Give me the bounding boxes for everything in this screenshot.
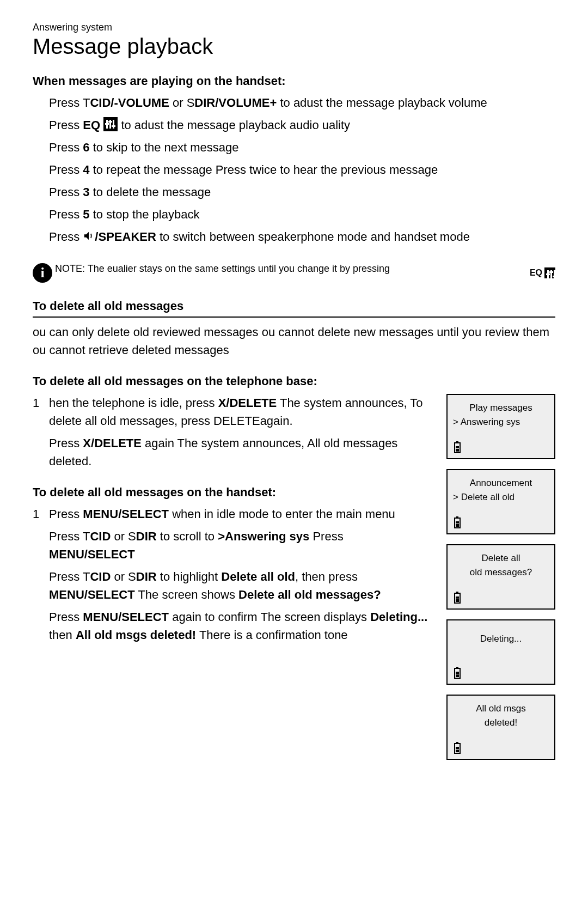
speaker-icon [83, 229, 95, 247]
list-number: 1 [33, 505, 41, 523]
instruction-volume: Press TCID/-VOLUME or SDIR/VOLUME+ to ad… [49, 94, 555, 112]
screen-line: > Answering sys [453, 416, 549, 429]
text: hen the telephone is idle, press [49, 396, 218, 410]
key-select: /SELECT [84, 588, 135, 601]
key-menu: MENU [49, 588, 84, 601]
divider [33, 316, 555, 318]
battery-icon [453, 441, 462, 454]
text: The system announces, [277, 396, 410, 410]
instruction-eq: Press EQ to adust the message playback a… [49, 116, 555, 134]
svg-rect-9 [456, 592, 458, 593]
eq-reference: EQ [530, 267, 555, 278]
subheading-base: To delete all old messages on the teleph… [33, 374, 555, 388]
text: to skip to the next message [90, 141, 239, 154]
text: Press [49, 141, 83, 154]
screen-prompt: Delete all old messages? [238, 588, 381, 601]
screen-line: Deleting... [453, 627, 549, 646]
screen-text-deleted: All old msgs deleted! [76, 628, 196, 642]
step-base-1: 1 hen the telephone is idle, press X/DEL… [33, 394, 441, 430]
text: to stop the playback [90, 208, 200, 221]
document-page: Answering system Message playback When m… [0, 0, 588, 782]
text: , then press [295, 570, 358, 583]
text: or [111, 570, 128, 583]
svg-rect-17 [456, 742, 458, 744]
key-menu: MENU [83, 610, 118, 624]
screen-line: deleted! [453, 716, 549, 729]
svg-rect-3 [456, 446, 459, 448]
text: to scroll to [157, 529, 218, 543]
text: to adust the message playback audio uali… [118, 118, 350, 132]
note-label: NOTE: [55, 263, 85, 274]
step-handset-3: Press TCID or SDIR to highlight Delete a… [33, 568, 441, 604]
screen-line: > Delete all old [453, 491, 549, 504]
text: Press [49, 570, 83, 583]
text: to highlight [157, 570, 222, 583]
text: Press [49, 163, 83, 176]
key-eq: EQ [83, 118, 100, 132]
svg-rect-6 [456, 524, 459, 527]
key-5: 5 [83, 208, 89, 221]
screen-line: Play messages [453, 401, 549, 415]
breadcrumb: Answering system [33, 22, 555, 33]
key-volume-up: /VOLUME+ [215, 96, 277, 109]
delete-intro: ou can only delete old reviewed messages… [33, 323, 555, 359]
note-row: i NOTE: The eualier stays on the same se… [33, 263, 555, 283]
svg-rect-10 [456, 599, 459, 602]
key-speaker: /SPEAKER [95, 230, 156, 244]
text: to adust the message playback volume [277, 96, 487, 109]
instruction-delete: Press 3 to delete the message [49, 183, 555, 201]
handset-screen: Play messages > Answering sys [446, 394, 555, 459]
screen-text-deleting: Deleting... [370, 610, 427, 624]
key-3: 3 [83, 185, 89, 199]
text: or [111, 529, 128, 543]
key-dir: DIR [194, 96, 215, 109]
battery-icon [453, 666, 462, 679]
text: again to confirm The screen displays [169, 610, 370, 624]
text: Press [49, 529, 83, 543]
key-select: SELECT [121, 507, 169, 521]
key-dir: DIR [136, 529, 157, 543]
key-select: /SELECT [118, 610, 169, 624]
step-handset-1: 1 Press MENU/SELECT when in idle mode to… [33, 505, 441, 523]
key-x-delete: X/DELETE [83, 436, 142, 450]
text: then [49, 628, 76, 642]
text: Press [49, 436, 83, 450]
instruction-repeat: Press 4 to repeat the message Press twic… [49, 161, 555, 179]
text: to repeat the message Press twice to hea… [90, 163, 438, 176]
battery-icon [453, 741, 462, 754]
page-title: Message playback [33, 34, 555, 59]
screen-line: All old msgs [453, 702, 549, 715]
key-4: 4 [83, 163, 89, 176]
screen-line: Delete all [453, 552, 549, 565]
text: T [83, 529, 90, 543]
svg-rect-7 [456, 521, 459, 523]
text: when in idle mode to enter the main menu [169, 507, 395, 521]
text: S [187, 96, 195, 109]
text: to delete the message [90, 185, 211, 199]
svg-rect-19 [456, 747, 459, 749]
svg-rect-11 [456, 596, 459, 599]
instruction-stop: Press 5 to stop the playback [49, 205, 555, 223]
equalizer-icon [544, 267, 555, 278]
key-menu: MENU [49, 547, 84, 561]
screen-line: Announcement [453, 477, 549, 490]
key-menu: MENU/ [83, 507, 121, 521]
handset-screen: Deleting... [446, 619, 555, 685]
step-handset-2: Press TCID or SDIR to scroll to >Answeri… [33, 527, 441, 563]
info-icon: i [33, 263, 52, 283]
step-base-2: Press X/DELETE again The system announce… [33, 434, 441, 470]
note-text: The eualier stays on the same settings u… [85, 263, 390, 274]
text: Press [309, 529, 343, 543]
text: Press [49, 507, 83, 521]
key-select: /SELECT [84, 547, 135, 561]
menu-item-delete-all-old: Delete all old [221, 570, 295, 583]
handset-screen: Announcement > Delete all old [446, 469, 555, 534]
svg-rect-18 [456, 750, 459, 752]
text: again The system announces, [142, 436, 307, 450]
text: There is a confirmation tone [196, 628, 347, 642]
text: Press [49, 230, 83, 244]
text: T [83, 570, 90, 583]
key-dir: DIR [136, 570, 157, 583]
text: Press [49, 118, 83, 132]
key-volume-down: /-VOLUME [111, 96, 169, 109]
